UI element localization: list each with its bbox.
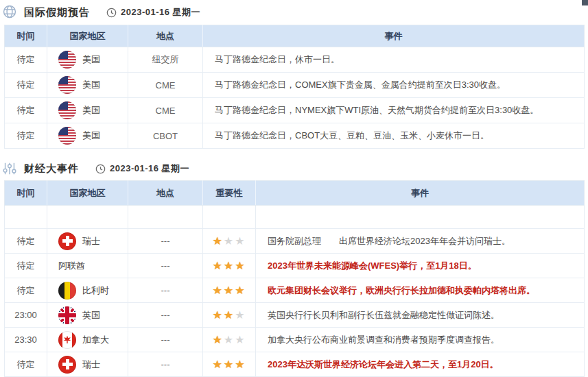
event-cell: 欧元集团财长会议举行，欧洲央行行长拉加德和执委帕内塔将出席。 [256,278,585,303]
importance-cell: ★★★ [203,352,256,377]
country-label: 阿联酋 [58,260,85,272]
star-icon: ★ [224,260,235,271]
place-cell: --- [128,328,203,352]
event-text: 马丁路德金纪念日，CBOT大豆、豆粕、豆油、玉米、小麦休市一日。 [215,130,489,141]
event-cell: 英国央行行长贝利和副行长伍兹就金融稳定性做证词陈述。 [256,303,585,328]
col-importance: 重要性 [203,181,256,206]
star-icon: ★ [235,284,246,296]
finance-date-text: 2023-01-16 星期一 [110,162,189,175]
event-cell: 马丁路德金纪念日，休市一日。 [203,47,585,73]
event-cell [256,206,585,229]
event-cell: 国务院副总理 出席世界经济论坛2023年年会并访问瑞士。 [256,229,585,254]
col-country: 国家地区 [47,181,128,206]
event-cell: 2023年达沃斯世界经济论坛年会进入第二天，至1月20日。 [256,352,585,377]
country-cell: 美国 [47,98,128,123]
event-text: 加拿大央行公布商业前景调查和消费者预期季度调查报告。 [268,335,499,345]
event-text: 2023年达沃斯世界经济论坛年会进入第二天，至1月20日。 [268,359,499,369]
country-label: 瑞士 [82,235,100,247]
event-row: 23:00 英国 --- ★★★ 英国央行行长贝利和副行长伍兹就金融稳定性做证词… [5,303,585,328]
event-text: 马丁路德金纪念日，休市一日。 [215,54,340,64]
country-cell: 比利时 [47,278,128,303]
event-row: 23:30 加拿大 --- ★★★ 加拿大央行公布商业前景调查和消费者预期季度调… [5,328,585,352]
event-text: 国务院副总理 出席世界经济论坛2023年年会并访问瑞士。 [268,236,510,246]
star-icon: ★ [235,260,246,271]
holiday-row: 待定 美国 纽交所 马丁路德金纪念日，休市一日。 [5,47,585,73]
time-cell: 23:30 [5,328,47,352]
importance-cell: ★★★ [203,278,256,303]
event-row: 待定 比利时 --- ★★★ 欧元集团财长会议举行，欧洲央行行长拉加德和执委帕内… [5,278,585,303]
importance-stars: ★★★ [212,334,246,345]
holiday-row: 待定 美国 CBOT 马丁路德金纪念日，CBOT大豆、豆粕、豆油、玉米、小麦休市… [5,123,585,149]
clock-icon [106,8,117,18]
star-icon: ★ [212,260,223,271]
holiday-header-row: 时间 国家地区 地点 事件 [5,25,585,47]
country-label: 英国 [82,309,100,321]
importance-stars: ★★★ [212,235,246,247]
event-text: 马丁路德金纪念日，NYMEX旗下WTI原油、天然气期货合约提前至次日3:30收盘… [215,105,539,115]
country-cell: 英国 [47,303,128,328]
country-cell: 美国 [47,47,128,73]
place-cell: CBOT [128,123,203,149]
finance-header-row: 时间 国家地区 地点 重要性 事件 [5,181,585,206]
flag-icon [58,76,76,94]
holiday-date: 2023-01-16 星期一 [106,6,200,19]
country-cell: 瑞士 [47,229,128,254]
event-row: 待定 阿联酋 --- ★★★ 2023年世界未来能源峰会(WFES)举行，至1月… [5,254,585,278]
holiday-table: 时间 国家地区 地点 事件 待定 美国 纽交所 马丁路德金纪念日，休市一日。 待… [4,25,585,149]
time-cell: 待定 [5,123,47,149]
country-cell: 美国 [47,73,128,98]
country-label: 美国 [82,53,100,66]
country-cell [47,206,128,229]
country-label: 比利时 [82,284,109,297]
star-icon: ★ [212,235,223,247]
country-cell: 美国 [47,123,128,149]
star-icon: ★ [212,358,223,370]
place-cell: --- [128,352,203,377]
holiday-section-title: 国际假期预告 [24,6,90,19]
flag-icon [58,101,76,119]
event-row: 待定 瑞士 --- ★★★ 2023年达沃斯世界经济论坛年会进入第二天，至1月2… [5,352,585,377]
country-label: 美国 [82,104,100,117]
time-cell: 待定 [5,254,47,278]
holiday-date-text: 2023-01-16 星期一 [121,6,200,19]
star-icon: ★ [224,358,235,370]
flag-icon [58,306,76,324]
time-cell [5,206,47,229]
col-time: 时间 [5,25,47,47]
flag-icon [58,331,76,349]
holiday-row: 待定 美国 CME 马丁路德金纪念日，COMEX旗下贵金属、金属合约提前至次日3… [5,73,585,98]
col-place: 地点 [128,181,203,206]
time-cell: 待定 [5,98,47,123]
star-icon: ★ [235,309,246,321]
importance-cell: ★★★ [203,303,256,328]
country-cell: 加拿大 [47,328,128,352]
importance-cell [203,206,256,229]
place-cell: --- [128,229,203,254]
holiday-section-header: 国际假期预告 2023-01-16 星期一 [0,0,588,25]
importance-cell: ★★★ [203,254,256,278]
col-event: 事件 [203,25,585,47]
flag-icon [58,127,76,145]
star-icon: ★ [224,334,235,345]
scrollbar-thumb[interactable] [582,0,588,5]
country-label: 美国 [82,79,100,91]
event-text: 2023年世界未来能源峰会(WFES)举行，至1月18日。 [268,260,477,271]
event-row-empty [5,206,585,229]
importance-cell: ★★★ [203,229,256,254]
event-text: 马丁路德金纪念日，COMEX旗下贵金属、金属合约提前至次日3:30收盘。 [215,80,506,90]
star-icon: ★ [224,284,235,296]
globe-icon [2,5,17,19]
star-icon: ★ [212,309,223,321]
importance-cell: ★★★ [203,328,256,352]
event-text: 英国央行行长贝利和副行长伍兹就金融稳定性做证词陈述。 [268,310,499,320]
country-label: 瑞士 [82,358,100,371]
event-cell: 马丁路德金纪念日，COMEX旗下贵金属、金属合约提前至次日3:30收盘。 [203,73,585,98]
col-event: 事件 [256,181,585,206]
event-cell: 马丁路德金纪念日，NYMEX旗下WTI原油、天然气期货合约提前至次日3:30收盘… [203,98,585,123]
place-cell [128,206,203,229]
place-cell: CME [128,98,203,123]
event-cell: 2023年世界未来能源峰会(WFES)举行，至1月18日。 [256,254,585,278]
importance-stars: ★★★ [212,358,246,370]
place-cell: --- [128,254,203,278]
star-icon: ★ [235,235,246,247]
